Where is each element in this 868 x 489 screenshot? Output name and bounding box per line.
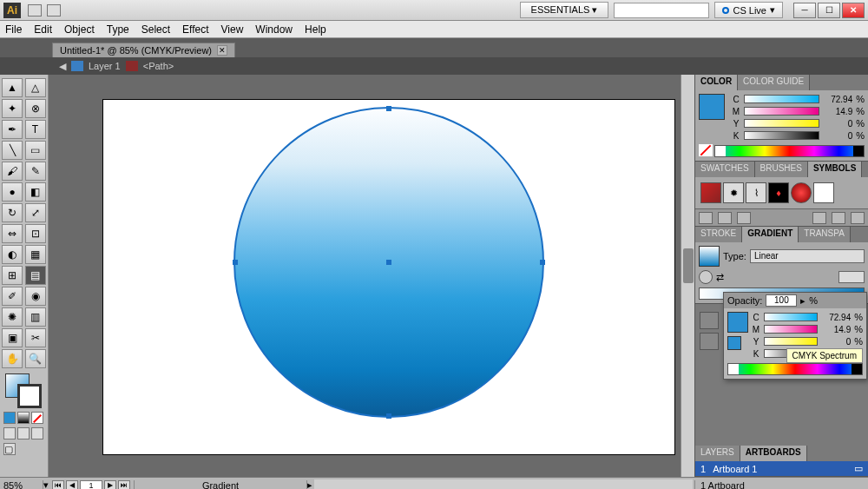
breadcrumb-layer[interactable]: Layer 1 — [89, 61, 121, 71]
tab-color-guide[interactable]: COLOR GUIDE — [738, 75, 810, 90]
color-mode-gradient[interactable] — [17, 412, 30, 424]
m-value[interactable]: 14.9 — [823, 107, 852, 116]
fc-value[interactable]: 72.94 — [821, 313, 851, 322]
graph-tool[interactable]: ▥ — [25, 307, 46, 327]
selection-tool[interactable]: ▲ — [2, 78, 23, 97]
menu-window[interactable]: Window — [255, 23, 293, 36]
color-mode-color[interactable] — [3, 412, 16, 424]
draw-behind[interactable] — [17, 427, 30, 439]
gradient-angle-dial[interactable] — [699, 270, 713, 284]
artboard[interactable] — [102, 99, 675, 455]
eyedropper-tool[interactable]: ✐ — [2, 287, 23, 306]
fm-slider[interactable] — [764, 325, 818, 334]
zoom-tool[interactable]: 🔍 — [25, 349, 46, 368]
line-tool[interactable]: ╲ — [2, 141, 23, 160]
cslive-button[interactable]: CS Live ▾ — [714, 2, 783, 18]
symbol-cube[interactable] — [700, 182, 721, 203]
horizontal-scrollbar[interactable] — [314, 479, 693, 490]
gradient-aspect[interactable] — [838, 271, 865, 283]
arrange-icon[interactable] — [47, 4, 61, 17]
y-slider[interactable] — [744, 119, 819, 128]
status-dropdown-icon[interactable]: ▸ — [307, 479, 312, 489]
symbol-new-icon[interactable] — [832, 212, 845, 224]
color-panel-swatch[interactable] — [699, 94, 725, 120]
gradient-tool[interactable]: ▤ — [25, 266, 46, 285]
anchor-right[interactable] — [540, 260, 545, 265]
float-grid-icon[interactable] — [700, 333, 719, 350]
free-transform-tool[interactable]: ⊡ — [25, 224, 46, 243]
symbol-place-icon[interactable] — [718, 212, 732, 224]
symbol-blank[interactable] — [813, 182, 834, 203]
circle-path[interactable] — [233, 107, 544, 418]
hand-tool[interactable]: ✋ — [2, 349, 23, 368]
fm-value[interactable]: 14.9 — [821, 325, 851, 334]
search-input[interactable] — [614, 3, 709, 18]
none-swatch[interactable] — [699, 144, 713, 156]
document-close-icon[interactable]: ✕ — [217, 45, 227, 56]
fy-value[interactable]: 0 — [821, 337, 851, 347]
scroll-thumb[interactable] — [683, 248, 694, 283]
tab-layers[interactable]: LAYERS — [695, 446, 740, 461]
symbol-sprayer-tool[interactable]: ✺ — [2, 307, 23, 327]
scale-tool[interactable]: ⤢ — [25, 203, 46, 222]
tab-artboards[interactable]: ARTBOARDS — [740, 446, 807, 461]
maximize-button[interactable]: ☐ — [818, 3, 840, 18]
draw-inside[interactable] — [31, 427, 43, 439]
gradient-swatch[interactable] — [699, 246, 720, 267]
eraser-tool[interactable]: ◧ — [25, 182, 46, 202]
opacity-stepper[interactable]: ▸ — [800, 295, 806, 307]
slice-tool[interactable]: ✂ — [25, 328, 46, 347]
perspective-tool[interactable]: ▦ — [25, 245, 46, 264]
color-mode-none[interactable] — [31, 412, 43, 424]
first-page-button[interactable]: ⏮ — [52, 480, 64, 490]
tab-brushes[interactable]: BRUSHES — [755, 162, 808, 177]
anchor-left[interactable] — [233, 260, 238, 265]
menu-view[interactable]: View — [221, 23, 244, 36]
anchor-top[interactable] — [386, 106, 391, 111]
breadcrumb-path[interactable]: <Path> — [143, 61, 174, 71]
stroke-swatch[interactable] — [17, 384, 42, 408]
magic-wand-tool[interactable]: ✦ — [2, 99, 23, 118]
center-point[interactable] — [386, 260, 391, 265]
fy-slider[interactable] — [764, 337, 818, 346]
status-tool[interactable]: Gradient — [134, 480, 307, 490]
menu-file[interactable]: File — [5, 23, 22, 36]
reverse-icon[interactable]: ⇄ — [716, 272, 724, 283]
symbol-delete-icon[interactable] — [851, 212, 865, 224]
c-value[interactable]: 72.94 — [823, 95, 852, 104]
document-tab[interactable]: Untitled-1* @ 85% (CMYK/Preview) ✕ — [52, 43, 235, 57]
artboard-row[interactable]: 1 Artboard 1 ▭ — [695, 461, 868, 476]
gradient-type-select[interactable]: Linear — [750, 249, 865, 263]
shape-builder-tool[interactable]: ◐ — [2, 245, 23, 264]
symbol-opts-icon[interactable] — [812, 212, 826, 224]
tab-swatches[interactable]: SWATCHES — [695, 162, 755, 177]
anchor-bottom[interactable] — [386, 413, 391, 419]
menu-edit[interactable]: Edit — [34, 23, 52, 36]
paintbrush-tool[interactable]: 🖌 — [2, 162, 23, 181]
page-input[interactable]: 1 — [80, 480, 102, 490]
tab-symbols[interactable]: SYMBOLS — [808, 162, 862, 177]
color-spectrum[interactable] — [714, 145, 865, 157]
screen-mode[interactable]: ▢ — [3, 443, 16, 455]
last-page-button[interactable]: ⏭ — [118, 480, 130, 490]
menu-help[interactable]: Help — [305, 23, 326, 36]
next-page-button[interactable]: ▶ — [104, 480, 116, 490]
symbol-lib-icon[interactable] — [699, 212, 713, 224]
blend-tool[interactable]: ◉ — [25, 287, 46, 306]
tab-color[interactable]: COLOR — [695, 75, 738, 90]
tab-stroke[interactable]: STROKE — [695, 227, 742, 242]
artboard-tool[interactable]: ▣ — [2, 328, 23, 347]
m-slider[interactable] — [744, 107, 819, 116]
float-fill-swatch[interactable] — [727, 312, 748, 333]
lasso-tool[interactable]: ⊗ — [25, 99, 46, 118]
floating-color-panel[interactable]: Opacity: 100 ▸ % C72.94% M14.9% Y0% K0% … — [723, 292, 867, 380]
canvas[interactable] — [49, 75, 694, 477]
workspace-switcher[interactable]: ESSENTIALS ▾ — [520, 2, 609, 18]
c-slider[interactable] — [744, 95, 819, 103]
float-header[interactable]: Opacity: 100 ▸ % — [724, 293, 866, 308]
menu-effect[interactable]: Effect — [182, 23, 208, 36]
menu-type[interactable]: Type — [107, 23, 129, 36]
symbol-sphere[interactable] — [791, 182, 812, 203]
minimize-button[interactable]: ─ — [793, 3, 816, 18]
nav-back-icon[interactable]: ◀ — [59, 61, 66, 72]
